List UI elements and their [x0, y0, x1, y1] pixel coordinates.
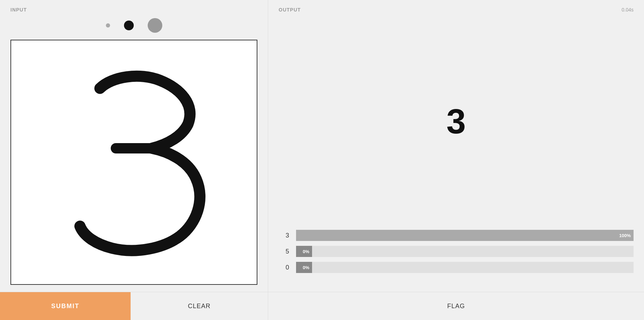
submit-button[interactable]: SUBMIT: [0, 292, 131, 320]
bar-row-0: 0 0%: [279, 262, 634, 273]
bar-fill-0: 0%: [296, 262, 312, 273]
drawn-digit-svg: [11, 40, 257, 284]
brush-medium[interactable]: [124, 21, 134, 30]
brush-large[interactable]: [148, 18, 162, 33]
output-title: OUTPUT: [279, 7, 301, 13]
clear-button[interactable]: CLEAR: [131, 292, 268, 320]
output-header: OUTPUT 0.04s: [279, 7, 634, 13]
drawing-canvas[interactable]: [10, 40, 257, 285]
timing-label: 0.04s: [622, 7, 634, 13]
prediction-digit: 3: [447, 101, 466, 141]
bar-row-3: 3 100%: [279, 230, 634, 241]
bar-container-5: 0%: [296, 246, 634, 257]
input-title: INPUT: [10, 7, 257, 13]
bar-fill-5: 0%: [296, 246, 312, 257]
bottom-right: FLAG: [268, 292, 644, 320]
output-prediction: 3: [279, 13, 634, 230]
bottom-left: SUBMIT CLEAR: [0, 292, 268, 320]
bar-container-0: 0%: [296, 262, 634, 273]
bar-row-5: 5 0%: [279, 246, 634, 257]
input-panel: INPUT: [0, 0, 268, 292]
brush-options: [10, 18, 257, 33]
bar-label-5: 5: [279, 248, 289, 255]
bar-percent-0: 0%: [303, 265, 309, 270]
bar-label-0: 0: [279, 264, 289, 271]
confidence-bars: 3 100% 5 0% 0: [279, 230, 634, 285]
brush-small[interactable]: [106, 23, 110, 28]
bottom-bar: SUBMIT CLEAR FLAG: [0, 292, 644, 320]
output-panel: OUTPUT 0.04s 3 3 100% 5 0%: [268, 0, 644, 292]
bar-container-3: 100%: [296, 230, 634, 241]
bar-percent-3: 100%: [619, 233, 631, 238]
bar-label-3: 3: [279, 232, 289, 239]
flag-button[interactable]: FLAG: [447, 303, 465, 310]
bar-percent-5: 0%: [303, 249, 309, 254]
bar-fill-3: 100%: [296, 230, 634, 241]
